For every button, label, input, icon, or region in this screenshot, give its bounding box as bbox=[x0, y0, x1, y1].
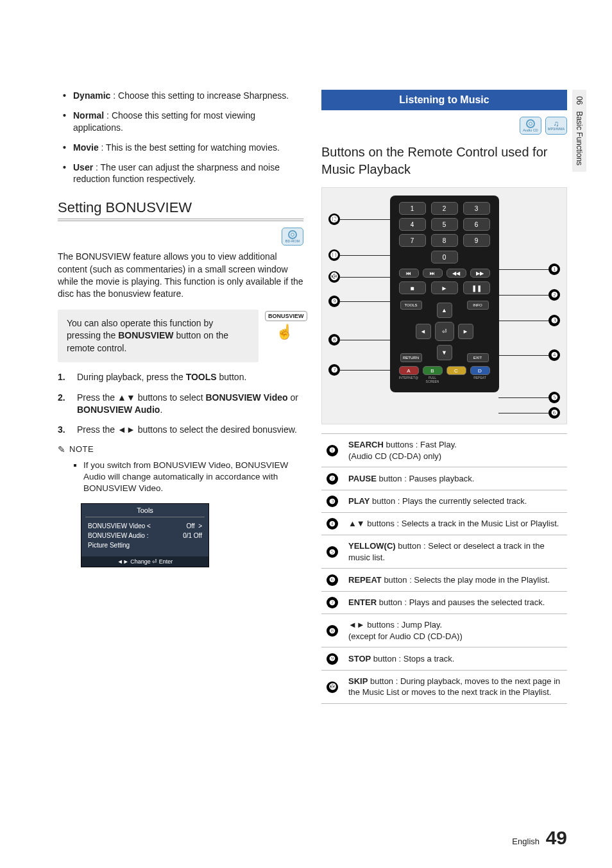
osd-footer: ◄► Change ⏎ Enter bbox=[81, 556, 208, 567]
chapter-title: Basic Functions bbox=[575, 111, 584, 165]
remote-key-3: 3 bbox=[463, 202, 490, 215]
skip-prev-icon: ⏮ bbox=[399, 269, 419, 278]
bonusview-button-label: BONUSVIEW bbox=[265, 311, 307, 321]
table-row: ❷PAUSE button : Pauses playback. bbox=[321, 467, 567, 490]
dpad-down-icon: ▼ bbox=[437, 345, 452, 360]
note-item: If you switch from BONUSVIEW Video, BONU… bbox=[83, 460, 303, 495]
list-item: Movie : This is the best setting for wat… bbox=[73, 142, 303, 154]
table-row: ❻REPEAT button : Selects the play mode i… bbox=[321, 569, 567, 591]
dpad-up-icon: ▲ bbox=[437, 303, 452, 318]
ref-number-badge: ⓾ bbox=[327, 681, 338, 693]
table-row: ❹▲▼ buttons : Selects a track in the Mus… bbox=[321, 512, 567, 535]
list-item: User : The user can adjust the sharpness… bbox=[73, 162, 303, 186]
table-row: ❾STOP button : Stops a track. bbox=[321, 647, 567, 670]
fastfwd-icon: ▶▶ bbox=[470, 269, 490, 278]
remote-key-0: 0 bbox=[431, 251, 458, 263]
remote-key-6: 6 bbox=[463, 218, 490, 231]
table-row: ❽◄► buttons : Jump Play.(except for Audi… bbox=[321, 614, 567, 647]
callout-6: ❻ bbox=[548, 407, 560, 419]
hand-pointer-icon: ☝ bbox=[276, 324, 293, 340]
remote-key-8: 8 bbox=[431, 234, 458, 247]
remote-key-9: 9 bbox=[463, 234, 490, 247]
ref-number-badge: ❻ bbox=[327, 574, 338, 586]
tip-box: You can also operate this function by pr… bbox=[58, 310, 259, 363]
enter-key-icon: ⏎ bbox=[435, 322, 454, 341]
skip-next-icon: ⏭ bbox=[423, 269, 443, 278]
table-row: ❶SEARCH buttons : Fast Play.(Audio CD (C… bbox=[321, 434, 567, 467]
note-icon: ✎ bbox=[58, 444, 65, 455]
bonusview-intro: The BONUSVIEW feature allows you to view… bbox=[58, 251, 303, 300]
table-row: ❺YELLOW(C) button : Select or deselect a… bbox=[321, 535, 567, 569]
footer-language: English bbox=[512, 837, 540, 846]
chapter-side-tab: 06 Basic Functions bbox=[572, 90, 586, 172]
ref-number-badge: ❷ bbox=[327, 473, 338, 485]
remote-key-7: 7 bbox=[399, 234, 426, 247]
step-item: Press the ▲▼ buttons to select BONUSVIEW… bbox=[58, 392, 303, 417]
remote-subheading: Buttons on the Remote Control used for M… bbox=[321, 144, 567, 178]
picture-mode-list: Dynamic : Choose this setting to increas… bbox=[58, 90, 303, 185]
mp3wma-badge: MP3/WMA bbox=[545, 117, 567, 135]
button-reference-table: ❶SEARCH buttons : Fast Play.(Audio CD (C… bbox=[321, 433, 567, 704]
remote-diagram: ⓬ ⓫ ⓾ ❾ ❽ ❼ ❶ ❷ ❸ ❹ ❺ ❻ bbox=[321, 187, 567, 424]
audiocd-badge: Audio CD bbox=[520, 117, 541, 135]
callout-1: ❶ bbox=[548, 263, 560, 275]
callout-8: ❽ bbox=[328, 334, 340, 346]
callout-12: ⓬ bbox=[328, 213, 340, 225]
table-row: ❸PLAY button : Plays the currently selec… bbox=[321, 490, 567, 512]
stop-icon: ■ bbox=[399, 281, 426, 294]
callout-9: ❾ bbox=[328, 296, 340, 307]
callout-7: ❼ bbox=[328, 364, 340, 376]
remote-key-1: 1 bbox=[399, 202, 426, 215]
page-number: 49 bbox=[546, 827, 567, 848]
callout-10: ⓾ bbox=[328, 271, 340, 283]
rewind-icon: ◀◀ bbox=[446, 269, 466, 278]
ref-number-badge: ❼ bbox=[327, 597, 338, 608]
note-list: If you switch from BONUSVIEW Video, BONU… bbox=[58, 460, 303, 495]
music-section-ribbon: Listening to Music bbox=[321, 90, 567, 110]
dpad-right-icon: ► bbox=[458, 324, 473, 339]
remote-key-5: 5 bbox=[431, 218, 458, 231]
bdrom-badge: BD-ROM bbox=[282, 228, 303, 246]
disc-icon bbox=[288, 230, 297, 239]
table-row: ❼ENTER button : Plays and pauses the sel… bbox=[321, 591, 567, 613]
pause-icon: ❚❚ bbox=[463, 281, 490, 294]
remote-key-4: 4 bbox=[399, 218, 426, 231]
color-c-key: C bbox=[446, 366, 466, 375]
callout-5: ❺ bbox=[548, 392, 560, 403]
remote-body: 1 2 3 4 5 6 7 8 9 0 bbox=[390, 196, 499, 392]
chapter-number: 06 bbox=[575, 96, 584, 104]
color-b-key: B bbox=[423, 366, 443, 375]
list-item: Dynamic : Choose this setting to increas… bbox=[73, 90, 303, 102]
disc-icon bbox=[526, 119, 535, 128]
bonusview-button-graphic: BONUSVIEW ☝ bbox=[265, 310, 303, 340]
play-icon: ► bbox=[431, 281, 458, 294]
bonusview-steps: During playback, press the TOOLS button.… bbox=[58, 371, 303, 436]
section-rule bbox=[58, 219, 303, 221]
ref-number-badge: ❸ bbox=[327, 496, 338, 507]
osd-title: Tools bbox=[81, 504, 208, 517]
callout-3: ❸ bbox=[548, 315, 560, 326]
ref-number-badge: ❺ bbox=[327, 546, 338, 558]
ref-number-badge: ❽ bbox=[327, 625, 338, 637]
color-d-key: D bbox=[470, 366, 490, 375]
bonusview-heading: Setting BONUSVIEW bbox=[58, 199, 303, 216]
page-footer: English 49 bbox=[512, 827, 567, 849]
ref-number-badge: ❾ bbox=[327, 653, 338, 665]
tools-osd-screenshot: Tools BONUSVIEW Video <Off > BONUSVIEW A… bbox=[81, 503, 209, 567]
table-row: ⓾SKIP button : During playback, moves to… bbox=[321, 670, 567, 703]
list-item: Normal : Choose this setting for most vi… bbox=[73, 110, 303, 134]
step-item: Press the ◄► buttons to select the desir… bbox=[58, 424, 303, 436]
step-item: During playback, press the TOOLS button. bbox=[58, 371, 303, 383]
remote-key-2: 2 bbox=[431, 202, 458, 215]
callout-11: ⓫ bbox=[328, 249, 340, 261]
dpad-left-icon: ◄ bbox=[416, 324, 431, 339]
callout-2: ❷ bbox=[548, 289, 560, 301]
callout-4: ❹ bbox=[548, 349, 560, 361]
color-a-key: A bbox=[399, 366, 419, 375]
ref-number-badge: ❹ bbox=[327, 518, 338, 530]
ref-number-badge: ❶ bbox=[327, 445, 338, 456]
note-heading: NOTE bbox=[69, 444, 94, 454]
